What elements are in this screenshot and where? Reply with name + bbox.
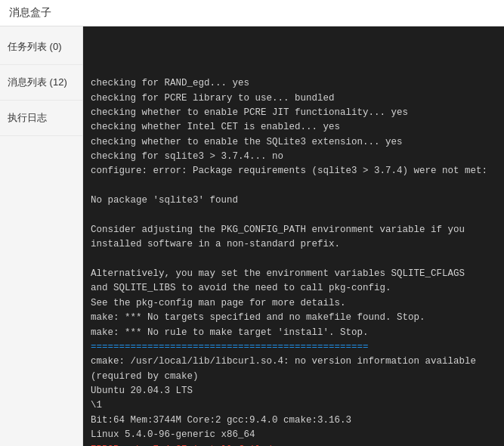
terminal-output[interactable]: checking for RAND_egd... yeschecking for… [83,26,504,446]
sidebar-item-msg-list[interactable]: 消息列表 (12) [0,65,82,101]
terminal-line: installed software in a non-standard pre… [91,237,496,252]
terminal-line: Alternatively, you may set the environme… [91,267,496,281]
terminal-line: ERROR: php-7.4.27 install failed. [91,443,496,447]
app-title: 消息盒子 [9,6,51,18]
terminal-line: \1 [91,398,496,413]
main-layout: 任务列表 (0)消息列表 (12)执行日志 checking for RAND_… [0,26,504,446]
app-container: 消息盒子 任务列表 (0)消息列表 (12)执行日志 checking for … [0,0,504,446]
terminal-line [91,179,496,194]
terminal-line: Ubuntu 20.04.3 LTS [91,384,496,398]
terminal-line: make: *** No targets specified and no ma… [91,311,496,325]
terminal-line: and SQLITE_LIBS to avoid the need to cal… [91,281,496,296]
terminal-line: configure: error: Package requirements (… [91,164,496,178]
terminal-line: See the pkg-config man page for more det… [91,296,496,311]
terminal-line: (required by cmake) [91,370,496,384]
terminal-line: cmake: /usr/local/lib/libcurl.so.4: no v… [91,355,496,369]
terminal-line: No package 'sqlite3' found [91,194,496,208]
terminal-line: checking whether Intel CET is enabled...… [91,120,496,135]
terminal-line: ========================================… [91,340,496,355]
terminal-line: checking whether to enable PCRE JIT func… [91,106,496,120]
terminal-text-container: checking for RAND_egd... yeschecking for… [91,33,496,446]
terminal-line: checking whether to enable the SQLite3 e… [91,135,496,150]
terminal-line [91,209,496,223]
sidebar: 任务列表 (0)消息列表 (12)执行日志 [0,26,83,446]
terminal-line: Bit:64 Mem:3744M Core:2 gcc:9.4.0 cmake:… [91,413,496,428]
terminal-line: checking for sqlite3 > 3.7.4... no [91,150,496,164]
terminal-line: checking for RAND_egd... yes [91,76,496,91]
terminal-line: checking for PCRE library to use... bund… [91,91,496,106]
sidebar-item-exec-log[interactable]: 执行日志 [0,101,82,136]
terminal-line: Linux 5.4.0-96-generic x86_64 [91,428,496,442]
sidebar-item-task-list[interactable]: 任务列表 (0) [0,29,82,65]
terminal-line: make: *** No rule to make target 'instal… [91,326,496,340]
terminal-line: Consider adjusting the PKG_CONFIG_PATH e… [91,223,496,237]
title-bar: 消息盒子 [0,0,504,26]
terminal-line [91,252,496,267]
